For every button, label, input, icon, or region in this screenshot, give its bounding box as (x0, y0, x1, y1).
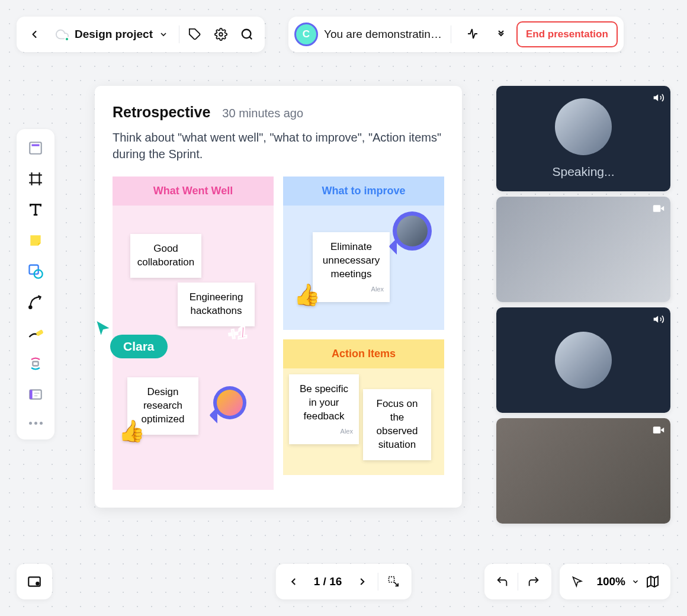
connector-tool[interactable] (21, 288, 50, 316)
end-presentation-button[interactable]: End presentation (516, 21, 618, 47)
note-author: Alex (295, 427, 353, 436)
camera-icon (653, 424, 664, 436)
project-selector[interactable]: Design project (47, 28, 176, 41)
video-tile[interactable] (496, 307, 670, 413)
page-navigator: 1 / 16 (276, 564, 412, 599)
collaborator-cursor-label: Clara (110, 335, 168, 358)
user-avatar-badge (393, 211, 432, 251)
speaker-icon (653, 313, 664, 325)
sticky-note[interactable]: Eliminate unnecessary meetings Alex (313, 232, 390, 302)
presentation-status-text: You are demonstrating... (324, 28, 442, 41)
tool-toolbar (17, 129, 54, 439)
mindmap-tool[interactable] (21, 349, 50, 378)
camera-icon (653, 203, 664, 214)
project-name: Design project (75, 28, 153, 41)
column-improve[interactable]: What to improve Eliminate unnecessary me… (283, 177, 444, 330)
settings-button[interactable] (208, 21, 234, 47)
presentation-status-bar: C You are demonstrating... End presentat… (288, 17, 624, 52)
note-author: Alex (319, 285, 384, 294)
svg-rect-18 (30, 390, 32, 399)
plus-one-reaction: +1 (227, 323, 248, 344)
search-button[interactable] (234, 21, 260, 47)
svg-point-1 (219, 33, 223, 36)
participant-avatar (555, 332, 612, 389)
svg-rect-25 (389, 577, 394, 582)
svg-rect-5 (32, 145, 40, 146)
project-toolbar: Design project (17, 17, 265, 52)
more-tools-button[interactable] (21, 411, 50, 435)
undo-button[interactable] (489, 569, 515, 595)
pen-tool[interactable] (21, 319, 50, 347)
page-indicator: 1 / 16 (307, 575, 349, 588)
user-avatar-badge (213, 386, 246, 419)
video-sidebar: Speaking... (496, 86, 670, 524)
shape-tool[interactable] (21, 257, 50, 285)
sticky-note[interactable]: Good collaboration (130, 234, 201, 278)
templates-tool[interactable] (21, 134, 50, 162)
zoom-level[interactable]: 100% (590, 575, 631, 588)
map-view-button[interactable] (640, 569, 666, 595)
retrospective-board[interactable]: Retrospective 30 minutes ago Think about… (95, 86, 462, 508)
board-title: Retrospective (113, 104, 210, 121)
column-header: Action Items (283, 339, 444, 368)
svg-rect-16 (33, 362, 38, 366)
prev-page-button[interactable] (281, 569, 307, 595)
board-description: Think about "what went well", "what to i… (113, 129, 444, 162)
svg-rect-22 (653, 426, 661, 434)
sticky-note[interactable]: Engineering hackathons (178, 283, 255, 326)
column-went-well[interactable]: What Went Well Good collaboration Engine… (113, 177, 274, 490)
card-tool[interactable] (21, 380, 50, 409)
presentation-menu-button[interactable] (492, 21, 511, 47)
minimap-toggle[interactable] (17, 564, 52, 599)
fit-view-button[interactable] (380, 569, 406, 595)
thumbs-up-icon: 👍 (118, 419, 145, 444)
svg-rect-4 (30, 142, 41, 154)
sticky-note[interactable]: Focus on the observed situation (363, 389, 431, 460)
back-button[interactable] (21, 21, 47, 47)
tag-button[interactable] (182, 21, 208, 47)
view-group: 100% (560, 564, 670, 599)
presenter-avatar[interactable]: C (294, 23, 318, 46)
chevron-down-icon[interactable] (631, 578, 640, 586)
column-action-items[interactable]: Action Items Be specific in your feedbac… (283, 339, 444, 475)
column-header: What Went Well (113, 177, 274, 206)
text-tool[interactable] (21, 195, 50, 224)
speaker-icon (653, 92, 664, 104)
video-tile[interactable] (496, 197, 670, 302)
reactions-button[interactable] (460, 21, 486, 47)
board-timestamp: 30 minutes ago (222, 107, 303, 120)
svg-rect-15 (36, 329, 44, 336)
history-group (484, 564, 551, 599)
cloud-icon (56, 28, 69, 41)
redo-button[interactable] (521, 569, 547, 595)
chevron-down-icon (159, 30, 168, 39)
sticky-note[interactable]: Be specific in your feedback Alex (289, 374, 359, 444)
participant-avatar (555, 98, 612, 155)
participant-status: Speaking... (552, 165, 614, 179)
next-page-button[interactable] (349, 569, 375, 595)
svg-rect-21 (653, 205, 661, 212)
svg-point-2 (242, 30, 251, 38)
sticky-note-tool[interactable] (21, 226, 50, 255)
pointer-tool[interactable] (564, 569, 590, 595)
svg-point-24 (36, 582, 38, 585)
svg-point-14 (29, 306, 31, 309)
video-tile[interactable]: Speaking... (496, 86, 670, 191)
column-header: What to improve (283, 177, 444, 206)
svg-line-3 (249, 37, 252, 39)
video-tile[interactable] (496, 418, 670, 524)
frame-tool[interactable] (21, 165, 50, 193)
thumbs-up-icon: 👍 (294, 283, 320, 307)
